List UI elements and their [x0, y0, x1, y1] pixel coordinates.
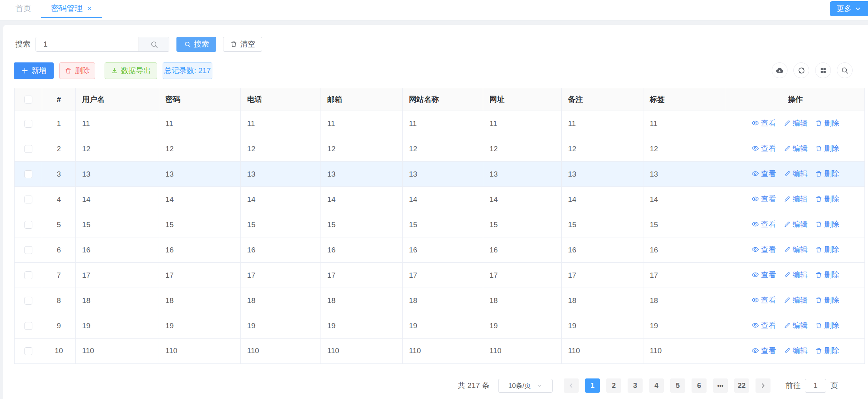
pencil-icon [784, 271, 791, 279]
edit-link[interactable]: 编辑 [784, 143, 808, 154]
row-checkbox[interactable] [24, 297, 32, 305]
view-link[interactable]: 查看 [752, 346, 776, 356]
delete-link[interactable]: 删除 [815, 219, 839, 230]
delete-link[interactable]: 删除 [815, 346, 839, 356]
table-body: 11111111111111111查看编辑删除21212121212121212… [15, 111, 865, 364]
view-link[interactable]: 查看 [752, 194, 776, 204]
page-number-button[interactable]: 1 [585, 378, 600, 393]
page-number-button[interactable]: 5 [670, 378, 685, 393]
table-cell: 15 [403, 212, 483, 237]
export-button[interactable]: 数据导出 [105, 62, 157, 79]
row-actions-cell: 查看编辑删除 [726, 339, 865, 364]
table-cell: 17 [403, 263, 483, 288]
more-button[interactable]: 更多 [830, 1, 868, 16]
more-button-label: 更多 [837, 4, 852, 14]
view-link[interactable]: 查看 [752, 219, 776, 230]
view-link[interactable]: 查看 [752, 270, 776, 280]
edit-link[interactable]: 编辑 [784, 245, 808, 255]
edit-link[interactable]: 编辑 [784, 320, 808, 331]
delete-link[interactable]: 删除 [815, 270, 839, 280]
row-checkbox-cell [15, 162, 42, 187]
search-input[interactable] [36, 37, 139, 51]
table-cell: 18 [643, 288, 726, 313]
table-row: 71717171717171717查看编辑删除 [15, 263, 865, 288]
table-header-row: #用户名密码电话邮箱网站名称网址备注标签操作 [15, 88, 865, 111]
row-checkbox[interactable] [24, 120, 32, 128]
edit-link[interactable]: 编辑 [784, 219, 808, 230]
page-size-select[interactable]: 10条/页 [498, 379, 553, 393]
row-checkbox[interactable] [24, 170, 32, 178]
pencil-icon [784, 246, 791, 253]
search-button[interactable]: 搜索 [176, 37, 216, 52]
zoom-search-button[interactable] [837, 62, 853, 78]
page-ellipsis-button[interactable]: ••• [713, 378, 728, 393]
table-cell: 18 [483, 288, 562, 313]
table-cell: 14 [76, 187, 159, 212]
row-checkbox[interactable] [24, 271, 32, 279]
goto-page-input[interactable] [805, 379, 826, 393]
content-card: 搜索 搜索 清空 新增 [3, 25, 868, 399]
edit-link[interactable]: 编辑 [784, 346, 808, 356]
search-input-append[interactable] [139, 37, 169, 51]
tab-password-management[interactable]: 密码管理 [41, 0, 102, 18]
cloud-upload-button[interactable] [772, 62, 787, 78]
row-checkbox[interactable] [24, 347, 32, 355]
delete-link[interactable]: 删除 [815, 245, 839, 255]
table-cell: 17 [159, 263, 241, 288]
view-link[interactable]: 查看 [752, 295, 776, 305]
view-link[interactable]: 查看 [752, 245, 776, 255]
prev-page-button[interactable] [564, 378, 579, 393]
row-checkbox[interactable] [24, 322, 32, 330]
grid-columns-button[interactable] [815, 62, 831, 78]
table-cell: 110 [241, 339, 321, 364]
table-tool-icons [772, 62, 853, 78]
add-button[interactable]: 新增 [14, 62, 54, 79]
view-link[interactable]: 查看 [752, 143, 776, 154]
table-cell: 11 [321, 111, 403, 136]
edit-link[interactable]: 编辑 [784, 295, 808, 305]
row-actions-cell: 查看编辑删除 [726, 288, 865, 313]
delete-link[interactable]: 删除 [815, 320, 839, 331]
delete-link[interactable]: 删除 [815, 169, 839, 179]
table-cell: 14 [643, 187, 726, 212]
delete-link[interactable]: 删除 [815, 194, 839, 204]
row-checkbox[interactable] [24, 221, 32, 229]
trash-icon [815, 271, 822, 279]
trash-icon [815, 246, 822, 253]
row-index: 7 [42, 263, 76, 288]
tab-close-icon[interactable] [86, 6, 92, 11]
delete-link[interactable]: 删除 [815, 295, 839, 305]
delete-link[interactable]: 删除 [815, 143, 839, 154]
table-cell: 11 [643, 111, 726, 136]
delete-button[interactable]: 删除 [59, 62, 95, 79]
clear-button[interactable]: 清空 [223, 37, 262, 52]
trash-icon [815, 347, 822, 354]
edit-link[interactable]: 编辑 [784, 194, 808, 204]
tab-home[interactable]: 首页 [6, 0, 41, 18]
trash-icon [815, 322, 822, 329]
refresh-button[interactable] [793, 62, 809, 78]
view-link[interactable]: 查看 [752, 118, 776, 128]
edit-link[interactable]: 编辑 [784, 118, 808, 128]
page-number-button[interactable]: 3 [628, 378, 643, 393]
select-all-checkbox[interactable] [24, 96, 32, 104]
page-number-button[interactable]: 6 [692, 378, 707, 393]
page-number-button[interactable]: 22 [734, 378, 749, 393]
table-cell: 12 [321, 136, 403, 162]
edit-link[interactable]: 编辑 [784, 169, 808, 179]
row-checkbox[interactable] [24, 246, 32, 254]
table-cell: 16 [321, 237, 403, 263]
view-link[interactable]: 查看 [752, 320, 776, 331]
page-number-button[interactable]: 4 [649, 378, 664, 393]
table-cell: 110 [159, 339, 241, 364]
view-link[interactable]: 查看 [752, 169, 776, 179]
page-number-button[interactable]: 2 [606, 378, 621, 393]
cloud-upload-icon [775, 66, 784, 75]
table-cell: 19 [483, 313, 562, 339]
search-icon [184, 41, 191, 48]
edit-link[interactable]: 编辑 [784, 270, 808, 280]
row-checkbox[interactable] [24, 196, 32, 203]
row-checkbox[interactable] [24, 145, 32, 153]
next-page-button[interactable] [756, 378, 771, 393]
delete-link[interactable]: 删除 [815, 118, 839, 128]
